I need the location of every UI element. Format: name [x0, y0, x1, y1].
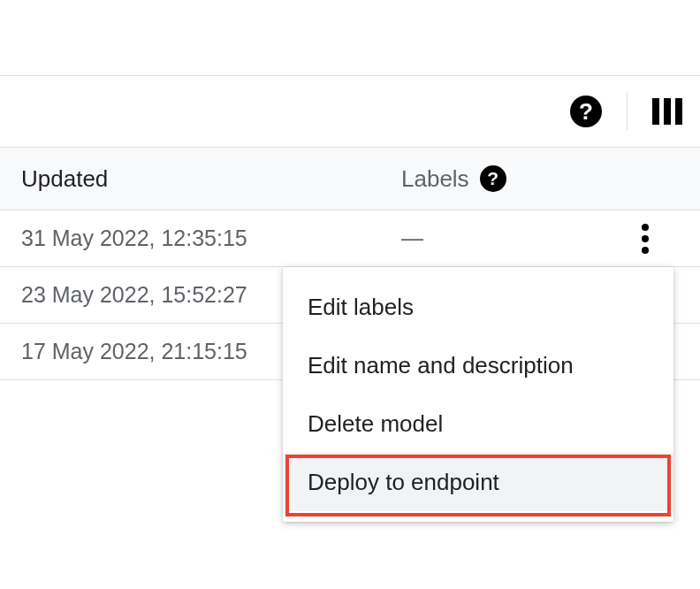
toolbar: ? [0, 76, 700, 147]
columns-icon[interactable] [652, 98, 682, 125]
help-icon[interactable]: ? [570, 96, 602, 127]
table-row[interactable]: 31 May 2022, 12:35:15 — [0, 210, 700, 267]
context-menu: Edit labels Edit name and description De… [283, 267, 673, 522]
table-header: Updated Labels ? [0, 147, 700, 210]
more-actions-icon[interactable] [635, 217, 656, 261]
menu-item-deploy-to-endpoint[interactable]: Deploy to endpoint [283, 453, 673, 511]
column-header-labels[interactable]: Labels ? [401, 165, 506, 193]
toolbar-divider [627, 93, 628, 130]
menu-item-edit-name-description[interactable]: Edit name and description [283, 336, 673, 394]
top-spacer [0, 0, 700, 76]
labels-help-icon[interactable]: ? [480, 165, 506, 192]
row-updated-value: 31 May 2022, 12:35:15 [21, 226, 401, 251]
menu-item-edit-labels[interactable]: Edit labels [283, 278, 673, 336]
labels-header-text: Labels [401, 165, 469, 193]
menu-item-delete-model[interactable]: Delete model [283, 394, 673, 453]
column-header-updated[interactable]: Updated [21, 165, 401, 193]
